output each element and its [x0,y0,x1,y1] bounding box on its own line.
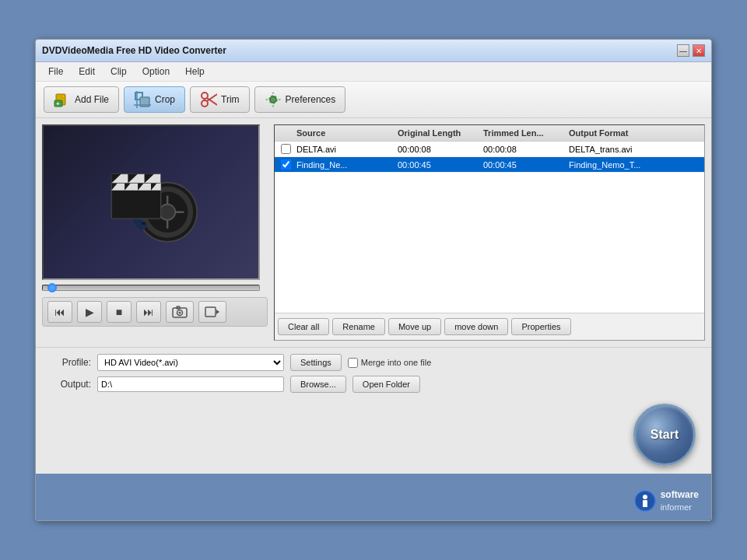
clear-all-button[interactable]: Clear all [278,318,329,335]
open-folder-button[interactable]: Open Folder [352,376,420,393]
start-button[interactable]: Start [633,404,696,466]
profile-select[interactable]: HD AVI Video(*.avi) HD MP4 Video(*.mp4) … [97,354,284,371]
menu-clip[interactable]: Clip [104,65,133,79]
file-2-source: Finding_Ne... [293,159,395,170]
preview-illustration [104,159,198,245]
file-2-output: Finding_Nemo_T... [566,159,701,170]
file-2-check[interactable] [278,159,293,170]
controls-bar: ⏮ ▶ ■ ⏭ [42,297,268,327]
main-content: ⏮ ▶ ■ ⏭ [36,118,711,347]
output-input[interactable]: D:\ [97,376,284,392]
col-header-check [278,128,293,138]
col-header-original: Original Length [395,128,480,138]
svg-point-9 [202,93,208,99]
file-1-source: DELTA.avi [293,144,395,155]
crop-label: Crop [155,94,175,105]
seek-bar-container [42,283,268,292]
svg-rect-42 [643,500,647,507]
preferences-button[interactable]: Preferences [254,86,346,113]
add-file-label: Add File [75,94,109,105]
settings-area: Profile: HD AVI Video(*.avi) HD MP4 Vide… [36,347,711,404]
svg-text:+: + [56,100,60,107]
play-button[interactable]: ▶ [77,301,102,323]
si-text: software informer [661,489,699,513]
preferences-icon [265,91,282,108]
col-header-source: Source [293,128,395,138]
svg-point-36 [179,312,181,314]
fast-forward-button[interactable]: ⏭ [136,301,161,323]
svg-point-12 [270,96,276,103]
file-1-output: DELTA_trans.avi [566,144,701,155]
merge-checkbox[interactable] [348,358,358,368]
toolbar: + Add File Crop [36,82,711,118]
files-list: DELTA.avi 00:00:08 00:00:08 DELTA_trans.… [275,142,704,313]
browse-button[interactable]: Browse... [290,376,346,393]
profile-label: Profile: [48,357,91,368]
trim-icon [200,91,217,108]
files-table-header: Source Original Length Trimmed Len... Ou… [275,125,704,142]
files-panel: Source Original Length Trimmed Len... Ou… [274,124,705,341]
preview-area [42,124,260,280]
bottom-bar: software informer [36,474,711,520]
software-informer-logo: software informer [634,489,699,513]
record-button[interactable] [198,301,226,323]
file-1-check[interactable] [278,143,293,155]
seek-thumb[interactable] [47,283,57,292]
si-icon [634,490,656,512]
menu-edit[interactable]: Edit [72,65,101,79]
move-down-button[interactable]: move down [444,318,508,335]
trim-button[interactable]: Trim [190,86,250,113]
crop-icon [134,91,151,108]
si-line1: software [661,489,699,502]
add-file-button[interactable]: + Add File [44,86,119,113]
menu-option[interactable]: Option [136,65,176,79]
menu-file[interactable]: File [42,65,69,79]
screenshot-button[interactable] [166,301,194,323]
menu-bar: File Edit Clip Option Help [36,62,711,82]
file-row-1[interactable]: DELTA.avi 00:00:08 00:00:08 DELTA_trans.… [275,142,704,157]
close-button[interactable]: ✕ [693,44,705,57]
file-row-2[interactable]: Finding_Ne... 00:00:45 00:00:45 Finding_… [275,157,704,173]
file-2-trimmed: 00:00:45 [480,159,566,170]
output-label: Output: [48,379,91,390]
preferences-label: Preferences [286,94,336,105]
svg-rect-21 [142,222,146,224]
title-bar: DVDVideoMedia Free HD Video Converter — … [36,40,711,62]
window-controls: — ✕ [677,44,705,57]
trim-label: Trim [221,94,240,105]
rename-button[interactable]: Rename [332,318,385,335]
rewind-button[interactable]: ⏮ [47,301,72,323]
crop-button[interactable]: Crop [124,86,185,113]
svg-point-8 [202,100,208,107]
settings-button[interactable]: Settings [290,354,342,371]
svg-point-16 [160,205,175,220]
merge-label[interactable]: Merge into one file [348,358,432,368]
file-2-original: 00:00:45 [395,159,480,170]
window-title: DVDVideoMedia Free HD Video Converter [42,45,226,56]
file-1-original: 00:00:08 [395,144,480,155]
menu-help[interactable]: Help [179,65,211,79]
svg-point-41 [643,495,647,499]
file-1-checkbox[interactable] [281,144,291,154]
add-file-icon: + [54,91,71,108]
seek-bar[interactable] [42,285,260,291]
col-header-output: Output Format [566,128,701,138]
file-actions: Clear all Rename Move up move down Prope… [275,313,704,340]
svg-rect-38 [205,307,216,317]
properties-button[interactable]: Properties [511,318,570,335]
stop-button[interactable]: ■ [107,301,132,323]
merge-text: Merge into one file [361,358,432,367]
output-row: Output: D:\ Browse... Open Folder [48,376,699,393]
file-1-trimmed: 00:00:08 [480,144,566,155]
file-2-checkbox[interactable] [281,159,291,170]
start-area: Start [36,404,711,474]
main-window: DVDVideoMedia Free HD Video Converter — … [35,39,712,521]
minimize-button[interactable]: — [677,44,689,57]
preview-panel: ⏮ ▶ ■ ⏭ [42,124,268,341]
move-up-button[interactable]: Move up [388,318,441,335]
col-header-trimmed: Trimmed Len... [480,128,566,138]
si-line2: informer [661,502,699,513]
profile-row: Profile: HD AVI Video(*.avi) HD MP4 Vide… [48,354,699,371]
svg-marker-39 [216,310,219,314]
